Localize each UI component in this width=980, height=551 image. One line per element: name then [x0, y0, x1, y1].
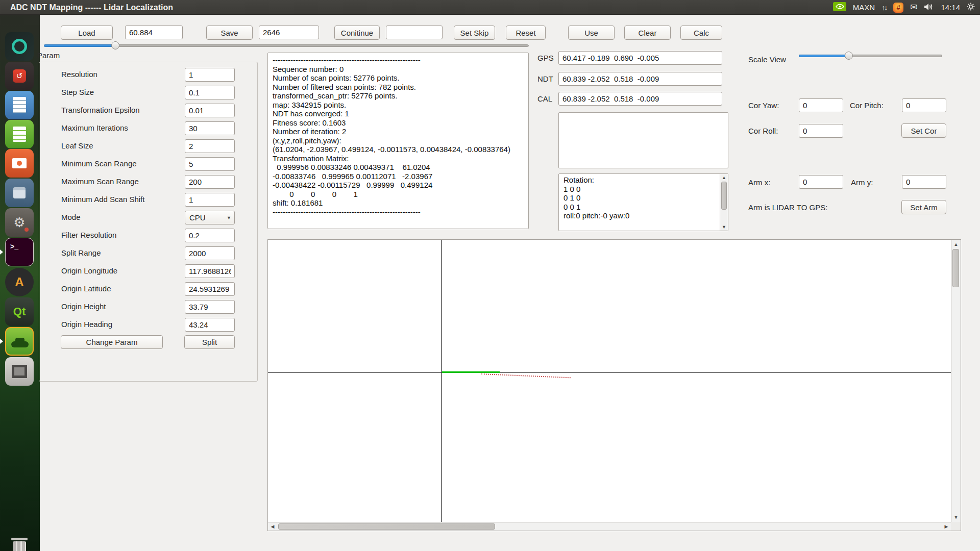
cor-yaw-label: Cor Yaw:	[748, 101, 779, 110]
mode-select[interactable]: CPU ▼	[185, 211, 235, 224]
load-button[interactable]: Load	[61, 26, 113, 40]
teal-ring-icon	[12, 39, 27, 54]
clear-button[interactable]: Clear	[624, 26, 671, 40]
calc-button[interactable]: Calc	[680, 26, 722, 40]
screen: ADC NDT Mapping ------ Lidar Localizatio…	[0, 0, 980, 551]
cal-pose-field[interactable]	[558, 92, 722, 106]
param-field-leaf-size[interactable]	[185, 139, 235, 153]
param-field-origin-latitude[interactable]	[185, 282, 235, 296]
dock-documents[interactable]	[5, 91, 34, 119]
reset-button[interactable]: Reset	[506, 26, 546, 40]
cor-yaw-field[interactable]	[799, 98, 843, 112]
dock-lidar-app-active[interactable]	[5, 327, 34, 356]
dock-system-settings[interactable]: ⚙	[5, 208, 34, 237]
param-field-minimum-add-scan-shift[interactable]	[185, 193, 235, 207]
param-label-transformation-epsilon: Transformation Epsilon	[61, 106, 140, 114]
trajectory-green-trace	[442, 371, 500, 373]
param-field-maximum-iterations[interactable]	[185, 121, 235, 135]
cor-pitch-field[interactable]	[902, 98, 946, 112]
split-button[interactable]: Split	[184, 335, 235, 349]
rotation-scroll-thumb[interactable]	[721, 182, 727, 210]
scrollbar-corner	[951, 522, 961, 531]
gps-pose-field[interactable]	[558, 51, 722, 65]
nvidia-icon[interactable]	[833, 2, 846, 13]
session-gear-icon[interactable]	[967, 3, 975, 12]
rotation-box[interactable]: Rotation: 1 0 0 0 1 0 0 0 1 roll:0 pitch…	[558, 173, 728, 231]
mail-icon[interactable]: ✉	[910, 2, 917, 13]
scroll-up-icon[interactable]: ▲	[720, 175, 728, 180]
arm-x-field[interactable]	[799, 175, 843, 189]
change-param-button[interactable]: Change Param	[61, 335, 163, 349]
cor-roll-field[interactable]	[799, 124, 843, 138]
skip-value-field[interactable]	[386, 26, 443, 39]
param-field-origin-longitude[interactable]	[185, 264, 235, 278]
status-list-box[interactable]	[558, 112, 728, 168]
scale-view-slider-handle[interactable]	[845, 52, 853, 60]
map-vscrollbar[interactable]: ▲ ▼	[951, 240, 961, 522]
dock-terminal[interactable]: >_	[5, 238, 34, 266]
running-indicator-terminal	[0, 249, 3, 255]
dock-spreadsheet[interactable]	[5, 120, 34, 148]
scroll-left-icon[interactable]: ◀	[269, 524, 276, 529]
log-output[interactable]: ----------------------------------------…	[267, 53, 529, 229]
box-icon	[13, 187, 26, 198]
map-canvas[interactable]	[268, 240, 951, 522]
frame-slider-handle[interactable]	[111, 41, 119, 49]
set-arm-button[interactable]: Set Arm	[901, 200, 946, 214]
param-field-origin-height[interactable]	[185, 300, 235, 314]
arm-y-label: Arm y:	[851, 178, 873, 187]
dock-a-app[interactable]: A	[5, 268, 34, 296]
set-cor-button[interactable]: Set Cor	[901, 123, 946, 138]
system-tray: MAXN ↑↓ # ✉ 14:14	[833, 0, 975, 15]
arm-y-field[interactable]	[902, 175, 946, 189]
scroll-right-icon[interactable]: ▶	[943, 524, 950, 529]
continue-button[interactable]: Conitinue	[334, 26, 380, 40]
save-button[interactable]: Save	[206, 26, 253, 40]
dock-media-app[interactable]	[5, 32, 34, 61]
map-hscrollbar[interactable]: ◀ ▶	[268, 522, 951, 531]
dock-trash[interactable]	[5, 532, 34, 551]
map-view[interactable]: ▲ ▼ ◀ ▶	[267, 239, 961, 531]
scroll-up-icon[interactable]: ▲	[951, 242, 961, 247]
frame-slider[interactable]	[44, 41, 529, 49]
clock[interactable]: 14:14	[941, 3, 960, 12]
red-dot-icon	[24, 228, 29, 232]
dock-qt-creator[interactable]: Qt	[5, 297, 34, 326]
param-label-maximum-scan-range: Maximum Scan Range	[61, 177, 139, 186]
param-field-maximum-scan-range[interactable]	[185, 175, 235, 189]
set-skip-button[interactable]: Set Skip	[454, 26, 495, 40]
param-field-step-size[interactable]	[185, 86, 235, 99]
map-vscroll-thumb[interactable]	[952, 249, 959, 287]
param-label-minimum-add-scan-shift: Minimum Add Scan Shift	[61, 195, 144, 204]
input-method-icon[interactable]: #	[893, 3, 903, 13]
crosshair-vline	[441, 240, 442, 522]
param-field-filter-resolution[interactable]	[185, 229, 235, 242]
load-value-field[interactable]	[125, 26, 183, 39]
param-label-origin-height: Origin Height	[61, 302, 106, 311]
dock-software-updater[interactable]: ↺	[5, 62, 34, 90]
param-field-resolution[interactable]	[185, 68, 235, 82]
param-field-transformation-epsilon[interactable]	[185, 104, 235, 117]
use-button[interactable]: Use	[568, 26, 615, 40]
dock-presentation[interactable]	[5, 149, 34, 178]
network-arrows-icon[interactable]: ↑↓	[881, 4, 887, 12]
save-value-field[interactable]	[259, 26, 319, 39]
param-field-origin-heading[interactable]	[185, 318, 235, 332]
param-field-minimum-scan-range[interactable]	[185, 157, 235, 171]
a-letter-icon: A	[15, 275, 23, 289]
dock-printer-app[interactable]	[5, 357, 34, 386]
dock-package-app[interactable]	[5, 179, 34, 207]
ndt-pose-field[interactable]	[558, 72, 722, 86]
map-hscroll-thumb[interactable]	[278, 523, 495, 530]
gpu-mode-label: MAXN	[853, 3, 875, 12]
mode-selected-value: CPU	[189, 213, 206, 222]
volume-icon[interactable]	[924, 3, 934, 12]
cal-label: CAL	[537, 94, 552, 103]
arm-x-label: Arm x:	[748, 178, 770, 187]
scroll-down-icon[interactable]: ▼	[720, 224, 728, 230]
scale-view-slider[interactable]	[799, 52, 942, 60]
param-field-split-range[interactable]	[185, 246, 235, 260]
launcher-dock: ↺ ⚙ >_ A Qt	[0, 15, 40, 551]
rotation-scrollbar[interactable]: ▲ ▼	[720, 174, 728, 231]
scroll-down-icon[interactable]: ▼	[951, 515, 961, 520]
